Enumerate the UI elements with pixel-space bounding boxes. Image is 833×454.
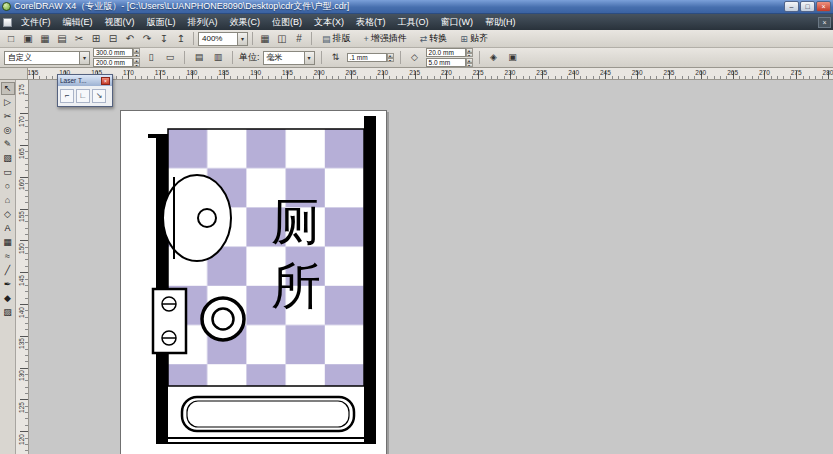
landscape-button[interactable]: ▭ bbox=[162, 50, 178, 66]
toilet-bowl-inner[interactable] bbox=[213, 309, 234, 330]
menu-item-9[interactable]: 表格(T) bbox=[350, 16, 392, 29]
laser-toolbar-titlebar[interactable]: Laser T... × bbox=[58, 75, 112, 86]
nudge-spinner[interactable]: ▴▾ bbox=[387, 53, 394, 62]
snap-settings-button[interactable]: # bbox=[291, 31, 307, 47]
menu-item-10[interactable]: 工具(O) bbox=[392, 16, 435, 29]
menu-item-12[interactable]: 帮助(H) bbox=[479, 16, 522, 29]
welcome-screen-button[interactable]: ◫ bbox=[274, 31, 290, 47]
smart-fill-tool-icon[interactable]: ▧ bbox=[1, 152, 15, 165]
dropdown-arrow-icon[interactable]: ▾ bbox=[237, 33, 247, 45]
duplicate-x-field[interactable]: 20.0 mm bbox=[426, 48, 466, 57]
menu-item-8[interactable]: 文本(X) bbox=[308, 16, 350, 29]
canvas[interactable]: 厕 所 bbox=[29, 80, 833, 454]
laser-tool-2-icon[interactable]: ∟ bbox=[76, 89, 90, 103]
duplicate-x-spinner[interactable]: ▴▾ bbox=[466, 48, 473, 57]
laser-tool-3-icon[interactable]: ↘ bbox=[92, 89, 106, 103]
new-document-button[interactable]: □ bbox=[3, 31, 19, 47]
zoom-tool-icon[interactable]: ◎ bbox=[1, 124, 15, 137]
plugin-button-1[interactable]: ▤排版 bbox=[316, 31, 357, 47]
zoom-level-combo[interactable]: 400% ▾ bbox=[198, 32, 248, 46]
right-wall[interactable] bbox=[364, 116, 376, 444]
print-document-button[interactable]: ▤ bbox=[54, 31, 70, 47]
plugin-button-2[interactable]: +增强插件 bbox=[358, 31, 413, 47]
v-ruler-number: 145 bbox=[18, 274, 25, 286]
sink-drain[interactable] bbox=[198, 209, 216, 227]
maximize-button[interactable]: □ bbox=[800, 1, 815, 12]
paper-height-spinner[interactable]: ▴▾ bbox=[133, 58, 140, 67]
cut-button[interactable]: ✂ bbox=[71, 31, 87, 47]
text-tool-icon[interactable]: A bbox=[1, 222, 15, 235]
snap-options-button[interactable]: ◈ bbox=[486, 50, 502, 66]
menu-item-11[interactable]: 窗口(W) bbox=[435, 16, 480, 29]
menu-item-2[interactable]: 编辑(E) bbox=[57, 16, 99, 29]
room-label-char-1[interactable]: 厕 bbox=[271, 193, 321, 251]
basic-shapes-tool-icon[interactable]: ◇ bbox=[1, 208, 15, 221]
bathtub-outer[interactable] bbox=[182, 397, 354, 431]
freehand-tool-icon[interactable]: ✎ bbox=[1, 138, 15, 151]
duplicate-y-field[interactable]: 5.0 mm bbox=[426, 58, 466, 67]
ruler-origin[interactable] bbox=[0, 68, 28, 79]
left-wall-cap[interactable] bbox=[148, 134, 168, 138]
pick-tool-icon[interactable]: ↖ bbox=[1, 82, 15, 95]
spin-down-icon[interactable]: ▾ bbox=[387, 58, 394, 63]
h-ruler-number: 280 bbox=[823, 69, 833, 76]
export-button[interactable]: ↥ bbox=[173, 31, 189, 47]
menu-item-4[interactable]: 版面(L) bbox=[141, 16, 182, 29]
import-button[interactable]: ↧ bbox=[156, 31, 172, 47]
application-launcher-button[interactable]: ▦ bbox=[257, 31, 273, 47]
laser-toolbar-close-button[interactable]: × bbox=[101, 77, 110, 85]
paper-width-field[interactable]: 300.0 mm bbox=[93, 48, 133, 57]
close-button[interactable]: × bbox=[816, 1, 831, 12]
ruler-row: 1551601651701751801851901952002052102152… bbox=[0, 68, 833, 80]
plugin-button-3[interactable]: ⇄转换 bbox=[414, 31, 454, 47]
shape-tool-icon[interactable]: ▷ bbox=[1, 96, 15, 109]
copy-button[interactable]: ⊞ bbox=[88, 31, 104, 47]
options-button[interactable]: ▣ bbox=[505, 50, 521, 66]
nudge-offset-field[interactable]: .1 mm bbox=[347, 53, 387, 62]
laser-tool-1-icon[interactable]: ⌐ bbox=[60, 89, 74, 103]
dropdown-arrow-icon[interactable]: ▾ bbox=[304, 52, 314, 64]
duplicate-y-spinner[interactable]: ▴▾ bbox=[466, 58, 473, 67]
plugin-button-4[interactable]: ⊞贴齐 bbox=[454, 31, 494, 47]
page[interactable]: 厕 所 bbox=[120, 110, 387, 454]
document-close-button[interactable]: × bbox=[818, 17, 831, 28]
table-tool-icon[interactable]: ▦ bbox=[1, 236, 15, 249]
eyedropper-tool-icon[interactable]: ╱ bbox=[1, 264, 15, 277]
rectangle-tool-icon[interactable]: ▭ bbox=[1, 166, 15, 179]
all-pages-button[interactable]: ▤ bbox=[191, 50, 207, 66]
current-page-button[interactable]: ▥ bbox=[210, 50, 226, 66]
polygon-tool-icon[interactable]: ⌂ bbox=[1, 194, 15, 207]
menu-item-7[interactable]: 位图(B) bbox=[266, 16, 308, 29]
menu-item-5[interactable]: 排列(A) bbox=[182, 16, 224, 29]
redo-button[interactable]: ↷ bbox=[139, 31, 155, 47]
spin-down-icon[interactable]: ▾ bbox=[466, 63, 473, 68]
room-label-char-2[interactable]: 所 bbox=[271, 257, 321, 315]
portrait-button[interactable]: ▯ bbox=[143, 50, 159, 66]
horizontal-ruler[interactable]: 1551601651701751801851901952002052102152… bbox=[28, 68, 833, 79]
units-combo[interactable]: 毫米 ▾ bbox=[263, 51, 315, 65]
interactive-fill-tool-icon[interactable]: ▨ bbox=[1, 306, 15, 319]
crop-tool-icon[interactable]: ✂ bbox=[1, 110, 15, 123]
page-preset-combo[interactable]: 自定义 ▾ bbox=[4, 51, 90, 65]
paper-width-spinner[interactable]: ▴▾ bbox=[133, 48, 140, 57]
dropdown-arrow-icon[interactable]: ▾ bbox=[79, 52, 89, 64]
spin-down-icon[interactable]: ▾ bbox=[133, 53, 140, 58]
menu-item-1[interactable]: 文件(F) bbox=[15, 16, 57, 29]
undo-button[interactable]: ↶ bbox=[122, 31, 138, 47]
h-ruler-number: 245 bbox=[600, 69, 611, 76]
minimize-button[interactable]: – bbox=[784, 1, 799, 12]
spin-down-icon[interactable]: ▾ bbox=[133, 63, 140, 68]
outline-tool-icon[interactable]: ✒ bbox=[1, 278, 15, 291]
spin-down-icon[interactable]: ▾ bbox=[466, 53, 473, 58]
blend-tool-icon[interactable]: ≈ bbox=[1, 250, 15, 263]
vertical-ruler[interactable]: 175170165160155150145140135130125120 bbox=[16, 80, 29, 454]
paste-button[interactable]: ⊟ bbox=[105, 31, 121, 47]
paper-height-field[interactable]: 200.0 mm bbox=[93, 58, 133, 67]
open-document-button[interactable]: ▣ bbox=[20, 31, 36, 47]
standard-toolbar: □▣▦▤✂⊞⊟↶↷↧↥ 400% ▾ ▦◫# ▤排版+增强插件⇄转换⊞贴齐 bbox=[0, 30, 833, 48]
menu-item-3[interactable]: 视图(V) bbox=[99, 16, 141, 29]
save-document-button[interactable]: ▦ bbox=[37, 31, 53, 47]
menu-item-6[interactable]: 效果(C) bbox=[224, 16, 267, 29]
ellipse-tool-icon[interactable]: ○ bbox=[1, 180, 15, 193]
fill-tool-icon[interactable]: ◆ bbox=[1, 292, 15, 305]
